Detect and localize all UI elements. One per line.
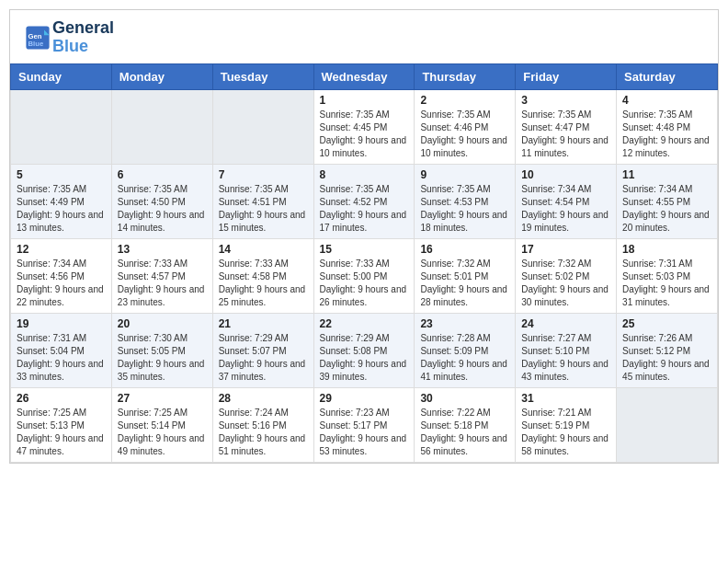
weekday-header-monday: Monday	[111, 63, 212, 89]
day-info: Sunrise: 7:27 AMSunset: 5:10 PMDaylight:…	[521, 332, 610, 384]
day-number: 20	[118, 317, 207, 330]
day-info: Sunrise: 7:32 AMSunset: 5:02 PMDaylight:…	[521, 258, 610, 309]
calendar-week-row: 26Sunrise: 7:25 AMSunset: 5:13 PMDayligh…	[11, 387, 718, 462]
calendar-week-row: 5Sunrise: 7:35 AMSunset: 4:49 PMDaylight…	[11, 164, 718, 238]
day-number: 10	[521, 168, 610, 181]
calendar-cell: 27Sunrise: 7:25 AMSunset: 5:14 PMDayligh…	[111, 387, 212, 462]
generalblue-logo-icon: Gen Blue	[25, 25, 51, 51]
calendar-cell: 3Sunrise: 7:35 AMSunset: 4:47 PMDaylight…	[516, 89, 617, 164]
day-number: 15	[320, 243, 409, 256]
day-info: Sunrise: 7:33 AMSunset: 4:58 PMDaylight:…	[219, 258, 308, 309]
calendar-cell: 23Sunrise: 7:28 AMSunset: 5:09 PMDayligh…	[415, 313, 516, 387]
calendar-cell	[617, 387, 718, 462]
calendar-cell: 19Sunrise: 7:31 AMSunset: 5:04 PMDayligh…	[11, 313, 112, 387]
day-info: Sunrise: 7:29 AMSunset: 5:07 PMDaylight:…	[219, 332, 308, 384]
header: Gen Blue GeneralBlue	[10, 10, 718, 63]
calendar-cell	[11, 89, 112, 164]
day-info: Sunrise: 7:28 AMSunset: 5:09 PMDaylight:…	[420, 332, 509, 384]
day-info: Sunrise: 7:23 AMSunset: 5:17 PMDaylight:…	[320, 407, 409, 458]
day-info: Sunrise: 7:35 AMSunset: 4:52 PMDaylight:…	[320, 183, 409, 235]
calendar-cell: 17Sunrise: 7:32 AMSunset: 5:02 PMDayligh…	[516, 238, 617, 313]
day-info: Sunrise: 7:30 AMSunset: 5:05 PMDaylight:…	[118, 332, 207, 384]
day-number: 18	[622, 243, 711, 256]
day-number: 29	[320, 392, 409, 405]
day-number: 16	[420, 243, 509, 256]
calendar-cell: 7Sunrise: 7:35 AMSunset: 4:51 PMDaylight…	[212, 164, 313, 238]
calendar-table: SundayMondayTuesdayWednesdayThursdayFrid…	[10, 63, 718, 463]
day-number: 2	[420, 94, 509, 107]
day-info: Sunrise: 7:35 AMSunset: 4:45 PMDaylight:…	[320, 109, 409, 160]
day-number: 30	[420, 392, 509, 405]
weekday-header-tuesday: Tuesday	[212, 63, 313, 89]
day-info: Sunrise: 7:22 AMSunset: 5:18 PMDaylight:…	[420, 407, 509, 458]
calendar-cell: 13Sunrise: 7:33 AMSunset: 4:57 PMDayligh…	[111, 238, 212, 313]
calendar-cell	[111, 89, 212, 164]
calendar-cell: 11Sunrise: 7:34 AMSunset: 4:55 PMDayligh…	[617, 164, 718, 238]
calendar-cell: 15Sunrise: 7:33 AMSunset: 5:00 PMDayligh…	[313, 238, 415, 313]
day-number: 24	[521, 317, 610, 330]
calendar-cell: 5Sunrise: 7:35 AMSunset: 4:49 PMDaylight…	[11, 164, 112, 238]
day-number: 9	[420, 168, 509, 181]
calendar-cell: 8Sunrise: 7:35 AMSunset: 4:52 PMDaylight…	[313, 164, 415, 238]
day-info: Sunrise: 7:34 AMSunset: 4:56 PMDaylight:…	[17, 258, 106, 309]
calendar-cell: 21Sunrise: 7:29 AMSunset: 5:07 PMDayligh…	[212, 313, 313, 387]
calendar-cell: 4Sunrise: 7:35 AMSunset: 4:48 PMDaylight…	[617, 89, 718, 164]
day-info: Sunrise: 7:31 AMSunset: 5:03 PMDaylight:…	[622, 258, 711, 309]
calendar-week-row: 1Sunrise: 7:35 AMSunset: 4:45 PMDaylight…	[11, 89, 718, 164]
day-number: 27	[118, 392, 207, 405]
day-number: 19	[17, 317, 106, 330]
day-number: 3	[521, 94, 610, 107]
day-number: 6	[118, 168, 207, 181]
day-info: Sunrise: 7:35 AMSunset: 4:51 PMDaylight:…	[219, 183, 308, 235]
day-number: 22	[320, 317, 409, 330]
day-info: Sunrise: 7:25 AMSunset: 5:13 PMDaylight:…	[17, 407, 106, 458]
weekday-header-wednesday: Wednesday	[313, 63, 415, 89]
calendar-cell: 26Sunrise: 7:25 AMSunset: 5:13 PMDayligh…	[11, 387, 112, 462]
day-info: Sunrise: 7:33 AMSunset: 4:57 PMDaylight:…	[118, 258, 207, 309]
weekday-header-sunday: Sunday	[11, 63, 112, 89]
weekday-header-thursday: Thursday	[415, 63, 516, 89]
calendar-header-row: SundayMondayTuesdayWednesdayThursdayFrid…	[11, 63, 718, 89]
day-number: 31	[521, 392, 610, 405]
day-info: Sunrise: 7:35 AMSunset: 4:46 PMDaylight:…	[420, 109, 509, 160]
calendar-cell: 18Sunrise: 7:31 AMSunset: 5:03 PMDayligh…	[617, 238, 718, 313]
day-info: Sunrise: 7:21 AMSunset: 5:19 PMDaylight:…	[521, 407, 610, 458]
calendar-cell: 1Sunrise: 7:35 AMSunset: 4:45 PMDaylight…	[313, 89, 415, 164]
day-number: 17	[521, 243, 610, 256]
day-number: 1	[320, 94, 409, 107]
day-info: Sunrise: 7:33 AMSunset: 5:00 PMDaylight:…	[320, 258, 409, 309]
calendar-cell: 28Sunrise: 7:24 AMSunset: 5:16 PMDayligh…	[212, 387, 313, 462]
calendar-cell: 30Sunrise: 7:22 AMSunset: 5:18 PMDayligh…	[415, 387, 516, 462]
calendar-week-row: 12Sunrise: 7:34 AMSunset: 4:56 PMDayligh…	[11, 238, 718, 313]
day-number: 21	[219, 317, 308, 330]
day-info: Sunrise: 7:35 AMSunset: 4:50 PMDaylight:…	[118, 183, 207, 235]
day-info: Sunrise: 7:31 AMSunset: 5:04 PMDaylight:…	[17, 332, 106, 384]
day-number: 11	[622, 168, 711, 181]
day-number: 25	[622, 317, 711, 330]
calendar-cell: 31Sunrise: 7:21 AMSunset: 5:19 PMDayligh…	[516, 387, 617, 462]
svg-text:Blue: Blue	[28, 40, 44, 48]
calendar-cell: 9Sunrise: 7:35 AMSunset: 4:53 PMDaylight…	[415, 164, 516, 238]
calendar-cell	[212, 89, 313, 164]
weekday-header-saturday: Saturday	[617, 63, 718, 89]
day-info: Sunrise: 7:25 AMSunset: 5:14 PMDaylight:…	[118, 407, 207, 458]
weekday-header-friday: Friday	[516, 63, 617, 89]
day-number: 4	[622, 94, 711, 107]
day-info: Sunrise: 7:35 AMSunset: 4:53 PMDaylight:…	[420, 183, 509, 235]
calendar-cell: 10Sunrise: 7:34 AMSunset: 4:54 PMDayligh…	[516, 164, 617, 238]
day-info: Sunrise: 7:35 AMSunset: 4:48 PMDaylight:…	[622, 109, 711, 160]
day-number: 12	[17, 243, 106, 256]
logo-text: GeneralBlue	[52, 19, 114, 56]
calendar-week-row: 19Sunrise: 7:31 AMSunset: 5:04 PMDayligh…	[11, 313, 718, 387]
day-number: 26	[17, 392, 106, 405]
day-info: Sunrise: 7:35 AMSunset: 4:49 PMDaylight:…	[17, 183, 106, 235]
day-info: Sunrise: 7:34 AMSunset: 4:55 PMDaylight:…	[622, 183, 711, 235]
calendar-cell: 14Sunrise: 7:33 AMSunset: 4:58 PMDayligh…	[212, 238, 313, 313]
calendar-cell: 25Sunrise: 7:26 AMSunset: 5:12 PMDayligh…	[617, 313, 718, 387]
logo-area: Gen Blue GeneralBlue	[25, 19, 114, 56]
day-info: Sunrise: 7:34 AMSunset: 4:54 PMDaylight:…	[521, 183, 610, 235]
page-container: Gen Blue GeneralBlue SundayMondayTuesday…	[9, 9, 719, 464]
day-number: 23	[420, 317, 509, 330]
calendar-cell: 6Sunrise: 7:35 AMSunset: 4:50 PMDaylight…	[111, 164, 212, 238]
day-number: 7	[219, 168, 308, 181]
